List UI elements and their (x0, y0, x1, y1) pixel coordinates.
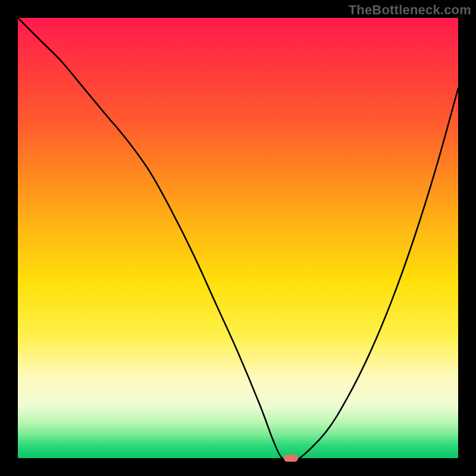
watermark-text: TheBottleneck.com (349, 2, 471, 18)
chart-frame: TheBottleneck.com (0, 0, 476, 476)
optimal-marker (284, 455, 298, 462)
bottleneck-curve (18, 18, 458, 458)
plot-area (18, 18, 458, 458)
